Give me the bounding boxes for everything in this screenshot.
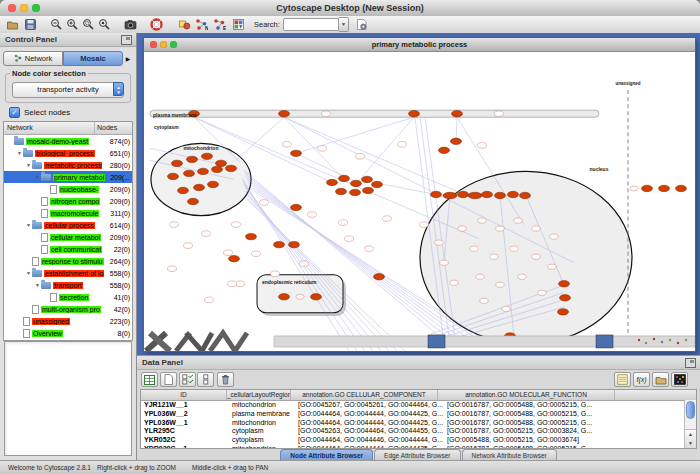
tree-row[interactable]: multi-organism pro42(0) (4, 303, 132, 315)
select-nodes-row: ✓ Select nodes (9, 107, 70, 118)
endoplasmic-reticulum-label: endoplasmic reticulum (262, 279, 317, 285)
vizmapper-icon[interactable] (232, 18, 245, 31)
expander-icon[interactable]: ▼ (25, 270, 32, 276)
zoom-selected-icon[interactable] (82, 18, 95, 31)
tree-row[interactable]: ▼cellular process614(0) (4, 219, 132, 231)
node-color-selection-group: Node color selection transporter activit… (5, 73, 131, 103)
new-attribute-icon[interactable] (160, 372, 177, 387)
network-canvas[interactable]: plasma membrane cytoplasm mitochondrion … (144, 52, 695, 351)
scrollbar-thumb[interactable] (686, 401, 695, 419)
select-nodes-checkbox[interactable]: ✓ (9, 107, 20, 118)
status-bar: Welcome to Cytoscape 2.8.1 Right-click +… (0, 460, 700, 474)
tree-row[interactable]: ▼metabolic process280(0) (4, 159, 132, 171)
control-panel: Control Panel Network Mosaic ▶ Node colo… (0, 33, 137, 461)
file-icon (50, 185, 57, 194)
table-row[interactable]: YLR295Ccytoplasm[GO:0045263, GO:0044464,… (141, 427, 696, 436)
float-panel-icon[interactable] (121, 35, 132, 45)
network-frame-title: primary metabolic process (144, 38, 695, 51)
network-view-icon-1[interactable]: N (195, 18, 208, 31)
expander-icon[interactable]: ▼ (34, 282, 41, 288)
col-header-molecular-function[interactable]: annotation.GO MOLECULAR_FUNCTION (438, 390, 615, 400)
expander-icon[interactable]: ▼ (25, 222, 32, 228)
notepad-icon[interactable] (614, 372, 631, 387)
search-dropdown-button[interactable]: ▼ (339, 17, 349, 32)
search-label: Search: (254, 20, 280, 29)
float-data-panel-icon[interactable] (685, 358, 696, 368)
tree-row[interactable]: nitrogen compo209(0) (4, 195, 132, 207)
annotation-icon[interactable] (178, 18, 191, 31)
col-header-id[interactable]: ID (141, 390, 227, 400)
svg-text:N: N (205, 25, 208, 31)
window-titlebar: Cytoscape Desktop (New Session) (0, 0, 700, 17)
file-icon (41, 197, 48, 206)
tab-network-label: Network (25, 54, 53, 63)
network-tree: Network Nodes mosaic-demo-yeast874(0) ▼b… (3, 121, 133, 341)
tree-row[interactable]: unassigned223(0) (4, 315, 132, 327)
delete-attribute-icon[interactable] (217, 372, 234, 387)
zoom-in-icon[interactable] (66, 18, 79, 31)
help-icon[interactable] (150, 18, 163, 31)
formula-builder-icon[interactable]: f(x) (633, 372, 650, 387)
zoom-fit-icon[interactable] (98, 18, 111, 31)
expander-icon[interactable]: ▼ (16, 150, 23, 156)
birdseye-view[interactable] (4, 341, 132, 456)
tab-overflow-arrow[interactable]: ▶ (123, 55, 133, 62)
col-header-cellular-component[interactable]: annotation.GO CELLULAR_COMPONENT (291, 390, 438, 400)
node-color-combobox[interactable]: transporter activity ▲▼ (12, 82, 124, 98)
mitochondrion-label: mitochondrion (184, 145, 219, 151)
tree-col-network[interactable]: Network (4, 122, 95, 134)
combobox-stepper-icon[interactable]: ▲▼ (113, 82, 124, 96)
table-scrollbar[interactable]: ▲▼ (684, 400, 696, 448)
node-color-selection-label: Node color selection (10, 69, 88, 78)
tree-row[interactable]: ▼transport558(0) (4, 279, 132, 291)
table-row[interactable]: YPL036W__2plasma membrane[GO:0044464, GO… (141, 410, 696, 419)
file-icon (32, 257, 39, 266)
tree-row[interactable]: ▼establishment of lo558(0) (4, 267, 132, 279)
table-row[interactable]: YJR121W__1mitochondrion[GO:0045267, GO:0… (141, 401, 696, 410)
tab-mosaic[interactable]: Mosaic (63, 51, 123, 66)
background-window-strip (146, 333, 695, 351)
tree-row[interactable]: nucleobase-209(0) (4, 183, 132, 195)
expander-icon[interactable]: ▼ (34, 174, 41, 180)
tree-row[interactable]: mosaic-demo-yeast874(0) (4, 135, 132, 147)
tree-row[interactable]: ▼biological_process651(0) (4, 147, 132, 159)
table-row[interactable]: YKR052Ccytoplasm[GO:0044464, GO:0044446,… (141, 436, 696, 445)
tree-row[interactable]: cellular metabol209(0) (4, 231, 132, 243)
network-view-icon-2[interactable]: E (213, 18, 226, 31)
col-header-region[interactable]: _cellularLayoutRegion (227, 390, 291, 400)
select-nodes-label: Select nodes (24, 108, 70, 117)
tab-network[interactable]: Network (3, 51, 63, 66)
folder-icon (14, 138, 24, 145)
import-attributes-icon[interactable] (652, 372, 669, 387)
network-tab-icon (14, 54, 22, 62)
expander-icon[interactable]: ▼ (25, 162, 32, 168)
tree-col-nodes[interactable]: Nodes (95, 122, 132, 134)
status-pan-hint: Middle-click + drag to PAN (192, 464, 268, 471)
tree-row[interactable]: response to stimulu264(0) (4, 255, 132, 267)
attribute-table-icon[interactable] (141, 372, 158, 387)
zoom-out-icon[interactable] (50, 18, 63, 31)
search-input[interactable] (283, 18, 339, 31)
tree-row[interactable]: macromolecule311(0) (4, 207, 132, 219)
network-frame-titlebar[interactable]: primary metabolic process (144, 38, 695, 52)
unselect-attributes-icon[interactable] (197, 372, 214, 387)
page-gear-icon[interactable] (355, 18, 368, 31)
window-title: Cytoscape Desktop (New Session) (0, 0, 700, 16)
scrollbar-arrows[interactable]: ▲▼ (685, 429, 696, 448)
tree-row-selected[interactable]: ▼primary metabol209(... (4, 171, 132, 183)
nucleus-label: nucleus (590, 166, 609, 172)
main-content: Control Panel Network Mosaic ▶ Node colo… (0, 33, 700, 461)
open-session-icon[interactable] (6, 18, 19, 31)
save-session-icon[interactable] (24, 18, 37, 31)
file-icon (41, 245, 48, 254)
tree-row[interactable]: cell communicat22(0) (4, 243, 132, 255)
data-panel-title: Data Panel (142, 358, 183, 367)
select-attributes-icon[interactable] (179, 372, 196, 387)
network-desktop: primary metabolic process (137, 33, 700, 355)
attribute-matrix-icon[interactable] (671, 372, 688, 387)
table-row[interactable]: YPL036W__1mitochondrion[GO:0044464, GO:0… (141, 419, 696, 428)
folder-icon (32, 162, 42, 169)
tree-row[interactable]: secretion41(0) (4, 291, 132, 303)
snapshot-icon[interactable] (124, 18, 137, 31)
tree-row[interactable]: Overview8(0) (4, 327, 132, 339)
